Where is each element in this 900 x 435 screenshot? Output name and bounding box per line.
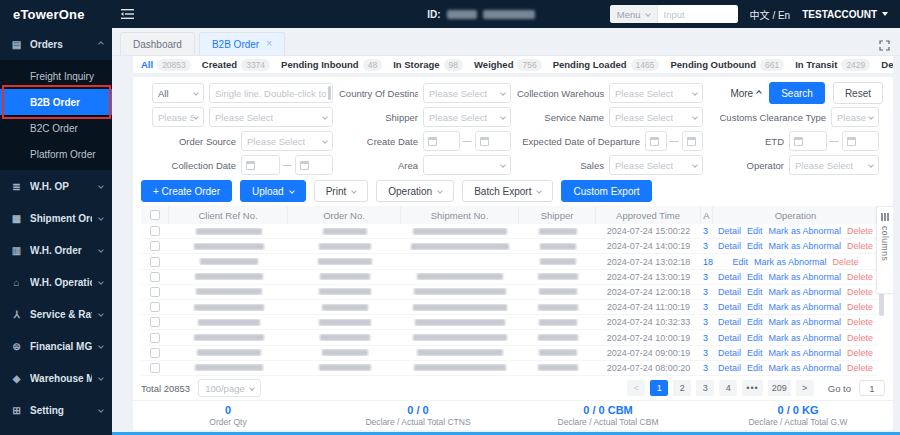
sidebar-item-warehouse-mgt[interactable]: ◈Warehouse MGT <box>0 362 112 394</box>
filter-select[interactable]: Please Sel <box>831 107 879 127</box>
detail-link[interactable]: Detail <box>718 333 741 343</box>
row-checkbox[interactable] <box>150 363 160 373</box>
upload-button[interactable]: Upload <box>240 180 306 202</box>
edit-link[interactable]: Edit <box>732 257 748 267</box>
row-checkbox[interactable] <box>150 348 160 358</box>
filter-select[interactable]: Please Select <box>241 131 333 151</box>
date-end-input[interactable] <box>842 131 880 151</box>
delete-link[interactable]: Delete <box>847 226 873 236</box>
delete-link[interactable]: Delete <box>847 348 873 358</box>
page-button-1[interactable]: 1 <box>650 380 668 396</box>
status-tab-delivered[interactable]: Delivered12022 <box>881 59 893 71</box>
edit-link[interactable]: Edit <box>747 317 763 327</box>
delete-link[interactable]: Delete <box>847 333 873 343</box>
edit-link[interactable]: Edit <box>747 333 763 343</box>
date-range-picker[interactable]: — <box>423 131 511 151</box>
tab-dashboard[interactable]: Dashboard <box>120 32 195 55</box>
create-order-button[interactable]: + Create Order <box>141 180 232 202</box>
page-button-2[interactable]: 2 <box>673 380 691 396</box>
tab-b2b-order[interactable]: B2B Order× <box>199 32 285 55</box>
mark-as-abnormal-link[interactable]: Mark as Abnormal <box>768 302 841 312</box>
delete-link[interactable]: Delete <box>847 302 873 312</box>
delete-link[interactable]: Delete <box>847 241 873 251</box>
page-button-209[interactable]: 209 <box>768 380 791 396</box>
edit-link[interactable]: Edit <box>747 287 763 297</box>
language-switcher[interactable]: 中文 / En <box>750 7 791 22</box>
date-range-picker[interactable]: — <box>241 155 333 175</box>
sidebar-item-b2b-order[interactable]: B2B Order <box>0 89 112 115</box>
sidebar-item-setting[interactable]: ⊞Setting <box>0 394 112 426</box>
mark-as-abnormal-link[interactable]: Mark as Abnormal <box>754 257 827 267</box>
filter-select[interactable]: Please Select <box>789 155 879 175</box>
status-tab-pending-loaded[interactable]: Pending Loaded1465 <box>553 59 660 71</box>
edit-link[interactable]: Edit <box>747 241 763 251</box>
detail-link[interactable]: Detail <box>718 317 741 327</box>
detail-link[interactable]: Detail <box>718 348 741 358</box>
operation-button[interactable]: Operation <box>376 180 454 202</box>
sidebar-item-w-h-order[interactable]: ▥W.H. Order <box>0 234 112 266</box>
status-tab-created[interactable]: Created3374 <box>202 59 270 71</box>
filter-select[interactable]: Please Select <box>152 107 204 127</box>
filter-select[interactable]: All <box>152 83 204 103</box>
row-checkbox[interactable] <box>150 241 160 251</box>
mark-as-abnormal-link[interactable]: Mark as Abnormal <box>768 226 841 236</box>
delete-link[interactable]: Delete <box>847 287 873 297</box>
detail-link[interactable]: Detail <box>718 226 741 236</box>
search-scope-select[interactable]: Menu <box>610 5 658 23</box>
row-checkbox[interactable] <box>150 287 160 297</box>
detail-link[interactable]: Detail <box>718 302 741 312</box>
filter-select[interactable] <box>423 155 511 175</box>
global-search-input[interactable] <box>658 5 738 23</box>
mark-as-abnormal-link[interactable]: Mark as Abnormal <box>768 348 841 358</box>
date-start-input[interactable] <box>423 131 460 151</box>
row-checkbox[interactable] <box>150 302 160 312</box>
sidebar-item-shipment-orders[interactable]: ▦Shipment Orders <box>0 202 112 234</box>
detail-link[interactable]: Detail <box>718 241 741 251</box>
filter-select[interactable]: Please Select <box>209 107 333 127</box>
date-start-input[interactable] <box>645 131 667 151</box>
date-range-picker[interactable]: — <box>789 131 879 151</box>
mark-as-abnormal-link[interactable]: Mark as Abnormal <box>768 363 841 373</box>
sidebar-item-w-h-operation[interactable]: ⌂W.H. Operation <box>0 266 112 298</box>
status-tab-in-transit[interactable]: In Transit2429 <box>795 59 870 71</box>
date-end-input[interactable] <box>682 131 704 151</box>
row-checkbox[interactable] <box>150 226 160 236</box>
filter-select[interactable]: Please Select <box>423 83 511 103</box>
page-size-select[interactable]: 100/page <box>198 379 261 397</box>
mark-as-abnormal-link[interactable]: Mark as Abnormal <box>768 287 841 297</box>
row-checkbox[interactable] <box>150 333 160 343</box>
filter-select[interactable]: Please Select <box>609 155 703 175</box>
edit-link[interactable]: Edit <box>747 272 763 282</box>
sidebar-item-system-log[interactable]: ▧System Log <box>0 426 112 435</box>
prev-page-button[interactable]: < <box>627 380 645 396</box>
sidebar-item-w-h-op[interactable]: ≣W.H. OP <box>0 170 112 202</box>
row-checkbox[interactable] <box>150 317 160 327</box>
menu-collapse-icon[interactable] <box>120 8 135 20</box>
date-end-input[interactable] <box>475 131 512 151</box>
mark-as-abnormal-link[interactable]: Mark as Abnormal <box>768 317 841 327</box>
sidebar-item-b2c-order[interactable]: B2C Order <box>0 115 112 141</box>
edit-link[interactable]: Edit <box>747 226 763 236</box>
columns-settings-button[interactable]: columns <box>876 206 893 294</box>
filter-select[interactable]: Please Select <box>609 107 703 127</box>
fullscreen-icon[interactable] <box>879 37 890 55</box>
page-ellipsis[interactable]: ••• <box>742 380 762 396</box>
date-end-input[interactable] <box>295 155 334 175</box>
sidebar-item-freight-inquiry[interactable]: Freight Inquiry <box>0 63 112 89</box>
row-checkbox[interactable] <box>150 272 160 282</box>
sidebar-item-orders[interactable]: ▤Orders <box>0 28 112 60</box>
delete-link[interactable]: Delete <box>847 363 873 373</box>
page-button-3[interactable]: 3 <box>696 380 714 396</box>
page-button-4[interactable]: 4 <box>719 380 737 396</box>
edit-link[interactable]: Edit <box>747 302 763 312</box>
goto-page-input[interactable] <box>859 380 885 396</box>
date-start-input[interactable] <box>241 155 280 175</box>
date-start-input[interactable] <box>789 131 827 151</box>
mark-as-abnormal-link[interactable]: Mark as Abnormal <box>768 241 841 251</box>
filter-select[interactable]: Please Select <box>609 83 703 103</box>
select-all-checkbox[interactable] <box>150 210 160 220</box>
delete-link[interactable]: Delete <box>847 317 873 327</box>
batch-export-button[interactable]: Batch Export <box>462 180 553 202</box>
status-tab-pending-outbound[interactable]: Pending Outbound661 <box>670 59 784 71</box>
delete-link[interactable]: Delete <box>847 272 873 282</box>
